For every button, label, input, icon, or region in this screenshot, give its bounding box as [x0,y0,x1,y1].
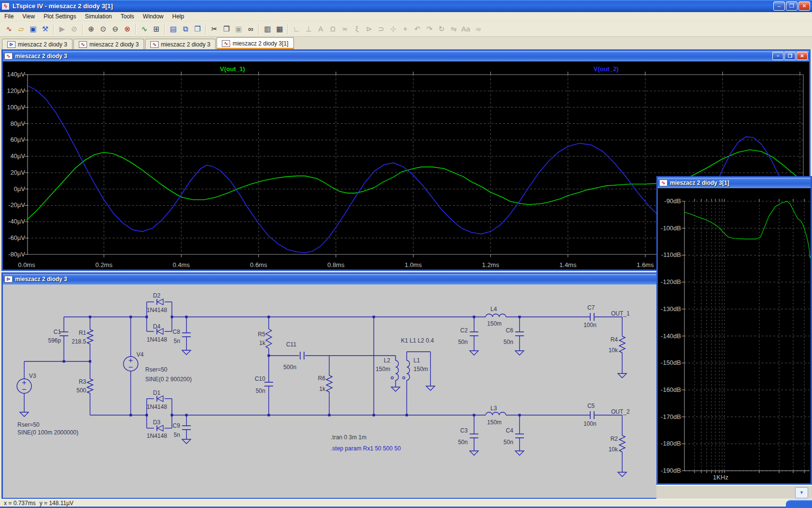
menu-simulation[interactable]: Simulation [81,12,116,21]
svg-text:1k: 1k [259,340,266,346]
close-button[interactable]: ✕ [798,1,810,11]
svg-text:120µV: 120µV [7,87,25,94]
svg-text:5n: 5n [174,432,180,438]
svg-text:0.2ms: 0.2ms [95,261,113,269]
open-button[interactable]: ▱ [15,23,27,35]
svg-text:1N4148: 1N4148 [147,403,167,410]
svg-text:50n: 50n [504,439,513,446]
menu-file[interactable]: File [0,12,18,21]
minimize-button[interactable]: – [772,52,783,60]
print-preview-button[interactable]: ▥ [261,23,274,35]
svg-text:K1 L1 L2 0.4: K1 L1 L2 0.4 [401,337,434,344]
waveform-window-title: mieszacz 2 diody 3 [15,53,67,60]
svg-text:50n: 50n [458,339,468,345]
save-button[interactable]: ▣ [27,23,39,35]
menu-view[interactable]: View [18,12,39,21]
move-tool[interactable]: ⊹ [387,23,399,35]
tab-2-mieszacz-2-diody-3[interactable]: ∿mieszacz 2 diody 3 [73,39,144,49]
svg-text:L1: L1 [414,357,420,364]
cursor-y-readout: y = 148.11µV [40,500,73,507]
svg-text:1KHz: 1KHz [713,474,728,481]
waveform-icon: ∿ [150,41,159,48]
undo-button[interactable]: ↶ [411,23,423,35]
resistor-tool[interactable]: Ω [327,23,339,35]
menu-help[interactable]: Help [168,12,188,21]
run-button[interactable]: ▶ [56,23,68,35]
plot-settings-button[interactable]: ⊞ [150,23,162,35]
copy-button[interactable]: ❐ [220,23,232,35]
minimize-button[interactable]: – [773,1,785,11]
ground-tool[interactable]: ⊥ [303,23,315,35]
wire-tool[interactable]: ∟ [290,23,303,35]
svg-text:R4: R4 [610,336,618,343]
svg-text:50n: 50n [504,339,513,345]
spice-directive-tool[interactable]: .op [472,23,484,35]
menu-plot-settings[interactable]: Plot Settings [39,12,80,21]
svg-text:0.6ms: 0.6ms [250,261,267,269]
fft-plot: -90dB-100dB-110dB-120dB-130dB-140dB-150d… [658,188,811,483]
cascade-button[interactable]: ❐ [191,23,203,35]
tile-horizontal-button[interactable]: ▤ [167,23,179,35]
toolbar: ∿▱▣⚒▶⊘⊕⊙⊖⊗∿⊞▤⧉❐✂❐▣∞▥▦∟⊥AΩ≍ξ⊳⊃⊹⌖↶↷↻⇋Aa.op [0,21,812,37]
print-button[interactable]: ▦ [274,23,286,35]
autorange-button[interactable]: ∿ [138,23,150,35]
svg-text:1N4148: 1N4148 [147,433,167,439]
svg-text:L4: L4 [491,306,497,313]
inductor-tool[interactable]: ξ [351,23,363,35]
waveform-icon: ∿ [4,53,13,60]
drag-tool[interactable]: ⌖ [399,23,411,35]
menu-tools[interactable]: Tools [116,12,139,21]
control-panel-button[interactable]: ⚒ [39,23,51,35]
tab-label: mieszacz 2 diody 3 [18,41,67,48]
zoom-previous-button[interactable]: ⊗ [121,23,133,35]
svg-text:150m: 150m [487,320,502,327]
svg-text:50n: 50n [458,439,468,446]
svg-text:C5: C5 [587,403,595,409]
paste-button[interactable]: ▣ [232,23,245,35]
scrollbar-track[interactable]: ▼ [656,485,812,499]
find-button[interactable]: ∞ [245,23,257,35]
tile-vertical-button[interactable]: ⧉ [179,23,191,35]
capacitor-tool[interactable]: ≍ [339,23,351,35]
svg-text:500: 500 [76,387,86,394]
fft-window-title-bar[interactable]: ∿ mieszacz 2 diody 3[1] [658,178,811,188]
scroll-down-button[interactable]: ▼ [795,487,808,498]
svg-text:218.5: 218.5 [72,338,86,345]
svg-text:C2: C2 [460,327,468,334]
tab-3-mieszacz-2-diody-3[interactable]: ∿mieszacz 2 diody 3 [145,39,216,49]
cut-button[interactable]: ✂ [208,23,220,35]
svg-text:80µV: 80µV [10,120,25,127]
svg-text:-170dB: -170dB [661,413,681,420]
svg-text:1N4148: 1N4148 [147,336,167,343]
restore-button[interactable]: ❐ [786,1,798,11]
tab-label: mieszacz 2 diody 3 [161,41,210,48]
fft-plot-area[interactable]: -90dB-100dB-110dB-120dB-130dB-140dB-150d… [658,188,811,483]
zoom-in-button[interactable]: ⊕ [85,23,97,35]
svg-text:C8: C8 [173,329,180,335]
redo-button[interactable]: ↷ [423,23,435,35]
restore-button[interactable]: ❐ [784,52,796,60]
mirror-tool[interactable]: ⇋ [448,23,460,35]
svg-text:C10: C10 [255,375,265,382]
svg-text:1N4148: 1N4148 [147,307,167,314]
svg-text:L3: L3 [491,405,497,412]
svg-text:140µV: 140µV [7,71,25,78]
diode-tool[interactable]: ⊳ [363,23,375,35]
rotate-tool[interactable]: ↻ [435,23,448,35]
svg-text:-160dB: -160dB [661,386,681,393]
tab-4-mieszacz-2-diody-3-1-[interactable]: ∿mieszacz 2 diody 3[1] [217,37,293,49]
zoom-full-button[interactable]: ⊙ [97,23,109,35]
svg-text:1.2ms: 1.2ms [482,261,499,269]
svg-text:1.6ms: 1.6ms [637,261,654,269]
tab-1-mieszacz-2-diody-3[interactable]: ⊳mieszacz 2 diody 3 [2,39,72,49]
text-tool[interactable]: Aa [460,23,472,35]
halt-button[interactable]: ⊘ [68,23,80,35]
waveform-window-title-bar[interactable]: ∿ mieszacz 2 diody 3 –❐✕ [3,51,809,61]
new-schematic-button[interactable]: ∿ [3,23,15,35]
close-button[interactable]: ✕ [797,52,808,60]
zoom-out-button[interactable]: ⊖ [109,23,121,35]
component-tool[interactable]: ⊃ [375,23,387,35]
svg-text:V(out_2): V(out_2) [594,65,619,73]
label-tool[interactable]: A [315,23,327,35]
menu-window[interactable]: Window [139,12,168,21]
